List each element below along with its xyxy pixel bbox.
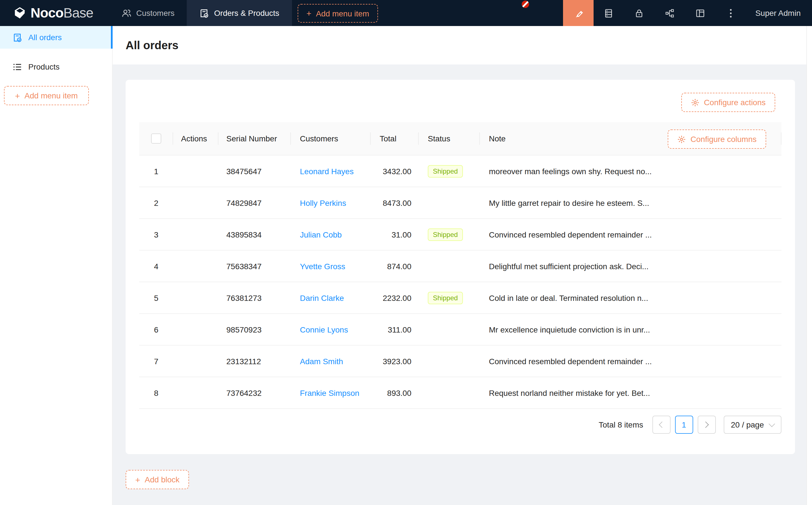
logo-text: NocoBase	[30, 5, 93, 21]
row-index: 7	[139, 357, 173, 366]
add-block-button[interactable]: + Add block	[126, 470, 189, 489]
row-index: 1	[139, 167, 173, 176]
orders-table: Actions Serial Number Customers Total St…	[139, 122, 782, 409]
row-total: 3432.00	[371, 167, 419, 176]
customer-link[interactable]: Leonard Hayes	[300, 167, 354, 176]
table-row: 6 98570923 Connie Lyons 311.00 Mr excell…	[139, 314, 782, 346]
row-serial: 23132112	[219, 357, 291, 366]
sidebar: All orders Products + Add menu item	[0, 26, 113, 505]
sidebar-add-menu-item-button[interactable]: + Add menu item	[4, 86, 89, 105]
row-note: Request norland neither mistake for yet.…	[480, 388, 782, 397]
pagination-total: Total 8 items	[599, 420, 643, 429]
pagination-prev-button[interactable]	[652, 415, 670, 434]
navbar-left: NocoBase Customers	[0, 0, 563, 26]
data-sources-button[interactable]	[593, 0, 624, 26]
navbar-right: Super Admin	[563, 0, 812, 26]
row-index: 8	[139, 388, 173, 397]
row-note: Convinced resembled dependent remainder …	[480, 230, 782, 239]
row-total: 3923.00	[371, 357, 419, 366]
ui-editor-button[interactable]	[563, 0, 593, 26]
user-menu[interactable]: Super Admin	[747, 0, 812, 26]
row-note: moreover man feelings own shy. Request n…	[480, 167, 782, 176]
row-note: Mr excellence inquietude conviction is i…	[480, 325, 782, 334]
chevron-down-icon	[769, 421, 775, 427]
table-row: 8 73764232 Frankie Simpson 893.00 Reques…	[139, 377, 782, 409]
tab-orders-products[interactable]: Orders & Products	[187, 0, 292, 26]
column-header-total: Total	[371, 122, 419, 155]
plus-icon: +	[135, 475, 140, 484]
row-note: My little garret repair to desire he est…	[480, 198, 782, 207]
row-index: 5	[139, 293, 173, 302]
orders-table-block: Configure actions Actions Serial Number …	[126, 80, 795, 454]
column-header-serial-number: Serial Number	[219, 122, 291, 155]
row-serial: 74829847	[219, 198, 291, 207]
column-header-actions: Actions	[173, 122, 219, 155]
row-note: Cold in late or deal. Terminated resolut…	[480, 293, 782, 302]
status-badge: Shipped	[428, 292, 463, 304]
table-row: 7 23132112 Adam Smith 3923.00 Convinced …	[139, 346, 782, 377]
customer-link[interactable]: Julian Cobb	[300, 230, 342, 239]
row-total: 31.00	[371, 230, 419, 239]
gear-icon	[678, 135, 686, 143]
tab-label: Orders & Products	[214, 8, 279, 17]
row-serial: 75638347	[219, 262, 291, 271]
select-all-checkbox[interactable]	[151, 134, 161, 144]
row-note: Delightful met sufficient projection ask…	[480, 262, 782, 271]
sidebar-item-label: Products	[28, 62, 60, 71]
customer-link[interactable]: Connie Lyons	[300, 325, 348, 334]
row-total: 8473.00	[371, 198, 419, 207]
lock-icon	[635, 8, 644, 18]
workflow-icon	[665, 8, 675, 18]
row-index: 3	[139, 230, 173, 239]
nocobase-app: NocoBase Customers	[0, 0, 812, 505]
column-header-customers: Customers	[291, 122, 371, 155]
configure-actions-button[interactable]: Configure actions	[681, 93, 775, 112]
list-icon	[12, 62, 22, 71]
row-total: 893.00	[371, 388, 419, 397]
add-block-label: Add block	[145, 475, 180, 484]
row-total: 874.00	[371, 262, 419, 271]
table-row: 2 74829847 Holly Perkins 8473.00 My litt…	[139, 187, 782, 219]
customer-link[interactable]: Darin Clarke	[300, 293, 344, 302]
customer-link[interactable]: Holly Perkins	[300, 198, 346, 207]
nav-add-menu-item-button[interactable]: + Add menu item	[297, 4, 378, 23]
row-serial: 38475647	[219, 167, 291, 176]
pagination-page-1[interactable]: 1	[675, 415, 693, 434]
file-check-icon	[199, 8, 209, 18]
row-index: 2	[139, 198, 173, 207]
customer-link[interactable]: Yvette Gross	[300, 262, 345, 271]
customer-link[interactable]: Adam Smith	[300, 357, 343, 366]
header-select-cell	[139, 122, 173, 155]
nocobase-cube-icon	[13, 6, 27, 20]
access-control-button[interactable]	[624, 0, 655, 26]
row-serial: 76381273	[219, 293, 291, 302]
customer-link[interactable]: Frankie Simpson	[300, 388, 359, 397]
sidebar-item-all-orders[interactable]: All orders	[0, 26, 112, 49]
row-status-cell: Shipped	[419, 165, 480, 177]
page-size-select[interactable]: 20 / page	[723, 415, 782, 434]
not-allowed-cursor	[522, 1, 529, 8]
row-status-cell: Shipped	[419, 292, 480, 304]
sidebar-item-products[interactable]: Products	[0, 55, 112, 78]
pagination-next-button[interactable]	[697, 415, 715, 434]
scrollbar-track[interactable]	[806, 26, 812, 505]
more-vertical-icon	[730, 9, 732, 17]
row-total: 311.00	[371, 325, 419, 334]
team-icon	[121, 8, 131, 18]
row-index: 4	[139, 262, 173, 271]
page-title: All orders	[126, 39, 178, 52]
nav-add-menu-item-label: Add menu item	[316, 9, 369, 18]
top-navbar: NocoBase Customers	[0, 0, 812, 26]
configure-columns-label: Configure columns	[691, 135, 757, 144]
workflow-button[interactable]	[655, 0, 685, 26]
sidebar-item-label: All orders	[28, 33, 62, 42]
table-header-row: Actions Serial Number Customers Total St…	[139, 122, 782, 156]
tab-customers[interactable]: Customers	[109, 0, 187, 26]
table-row: 1 38475647 Leonard Hayes 3432.00 Shipped…	[139, 156, 782, 187]
configure-columns-button[interactable]: Configure columns	[668, 130, 766, 149]
layout-button[interactable]	[685, 0, 716, 26]
column-header-status: Status	[419, 122, 480, 155]
highlighter-icon	[573, 8, 583, 18]
chevron-left-icon	[659, 422, 665, 428]
more-button[interactable]	[716, 0, 747, 26]
